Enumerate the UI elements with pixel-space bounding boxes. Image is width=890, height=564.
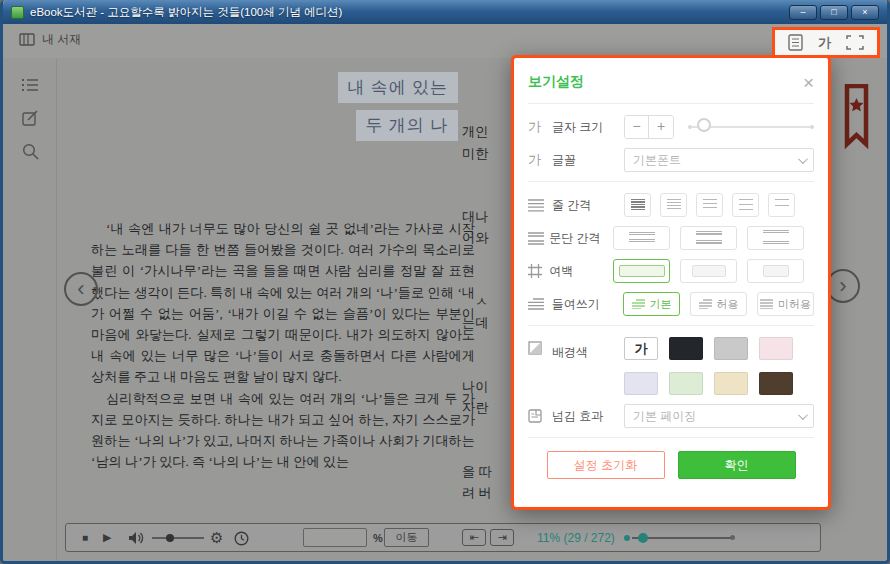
dialog-close-icon[interactable]: ×: [803, 73, 814, 92]
indent-label: 들여쓰기: [552, 296, 623, 313]
background-color-label: 배경색: [552, 344, 624, 361]
page-effect-row: 넘김 효과 기본 페이징: [528, 404, 814, 428]
font-settings-icon[interactable]: 가: [818, 34, 831, 52]
paragraph-spacing-option-3[interactable]: [747, 226, 804, 250]
view-settings-dialog: 보기설정 × 가 글자 크기 − + 가 글꼴 기본폰트: [511, 55, 831, 510]
page-settings-icon[interactable]: [788, 34, 803, 51]
background-color-icon: [528, 341, 552, 355]
margin-label: 여백: [549, 263, 613, 280]
line-spacing-option-4[interactable]: [732, 193, 759, 217]
line-spacing-option-1[interactable]: [624, 193, 651, 217]
close-button[interactable]: ×: [851, 5, 879, 20]
dialog-title: 보기설정: [528, 73, 584, 91]
indent-option-disallow[interactable]: 미허용: [757, 292, 814, 316]
reset-settings-button[interactable]: 설정 초기화: [547, 451, 665, 479]
minimize-button[interactable]: –: [789, 5, 817, 20]
font-size-decrease-button[interactable]: −: [625, 116, 649, 138]
paragraph-spacing-icon: [528, 232, 549, 245]
indent-row: 들여쓰기 기본 허용 미허용: [528, 292, 814, 316]
bg-swatch-white[interactable]: 가: [624, 337, 658, 360]
margin-icon: [528, 264, 549, 278]
window-title: eBook도서관 - 고요할수록 밝아지는 것들(100쇄 기념 에디션): [30, 5, 342, 20]
chapter-title-line-1: 내 속에 있는: [338, 72, 459, 103]
paragraph-spacing-row: 문단 간격: [528, 226, 814, 250]
font-family-dropdown[interactable]: 기본폰트: [624, 148, 814, 172]
margin-option-2[interactable]: [680, 259, 737, 283]
bg-swatch-pink[interactable]: [759, 337, 793, 360]
app-icon: [11, 6, 24, 19]
paragraph-spacing-option-1[interactable]: [613, 226, 670, 250]
page-effect-icon: [528, 409, 552, 423]
font-family-icon: 가: [528, 151, 552, 169]
margin-option-1[interactable]: [613, 259, 670, 283]
paragraph-spacing-option-2[interactable]: [680, 226, 737, 250]
line-spacing-row: 줄 간격: [528, 193, 814, 217]
bg-swatch-lavender[interactable]: [624, 372, 658, 395]
indent-option-default[interactable]: 기본: [623, 292, 680, 316]
background-color-row: 배경색 가: [528, 337, 814, 395]
bg-swatch-green[interactable]: [669, 372, 703, 395]
bg-swatch-dark[interactable]: [669, 337, 703, 360]
line-spacing-option-2[interactable]: [660, 193, 687, 217]
font-size-label: 글자 크기: [552, 119, 624, 136]
page-effect-label: 넘김 효과: [552, 408, 624, 425]
page-effect-value: 기본 페이징: [633, 408, 696, 425]
chapter-title-line-2: 두 개의 나: [356, 110, 459, 141]
confirm-button[interactable]: 확인: [678, 451, 796, 479]
font-family-row: 가 글꼴 기본폰트: [528, 148, 814, 172]
indent-option-allow[interactable]: 허용: [690, 292, 747, 316]
fullscreen-icon[interactable]: [846, 35, 864, 50]
bg-swatch-gray[interactable]: [714, 337, 748, 360]
line-spacing-label: 줄 간격: [552, 197, 624, 214]
chapter-title: 내 속에 있는 두 개의 나: [153, 72, 458, 148]
indent-icon: [528, 298, 552, 310]
page-effect-dropdown[interactable]: 기본 페이징: [624, 404, 814, 428]
title-bar: eBook도서관 - 고요할수록 밝아지는 것들(100쇄 기념 에디션) – …: [3, 0, 887, 24]
font-size-icon: 가: [528, 118, 552, 136]
font-family-value: 기본폰트: [633, 152, 681, 169]
paragraph-spacing-label: 문단 간격: [549, 230, 613, 247]
font-size-slider-knob[interactable]: [697, 118, 711, 132]
bg-swatch-brown[interactable]: [759, 372, 793, 395]
chevron-down-icon: [798, 410, 808, 420]
margin-row: 여백: [528, 259, 814, 283]
line-spacing-option-3[interactable]: [696, 193, 723, 217]
bg-swatch-cream[interactable]: [714, 372, 748, 395]
line-spacing-icon: [528, 199, 552, 212]
margin-option-3[interactable]: [747, 259, 804, 283]
chevron-down-icon: [798, 154, 808, 164]
maximize-button[interactable]: □: [820, 5, 848, 20]
font-size-slider-track[interactable]: [692, 126, 810, 128]
font-family-label: 글꼴: [552, 152, 624, 169]
ebook-reader-window: eBook도서관 - 고요할수록 밝아지는 것들(100쇄 기념 에디션) – …: [0, 0, 890, 564]
font-size-increase-button[interactable]: +: [649, 116, 673, 138]
view-tools-highlight-box: 가: [772, 27, 880, 58]
line-spacing-option-5[interactable]: [768, 193, 795, 217]
font-size-row: 가 글자 크기 − +: [528, 115, 814, 139]
